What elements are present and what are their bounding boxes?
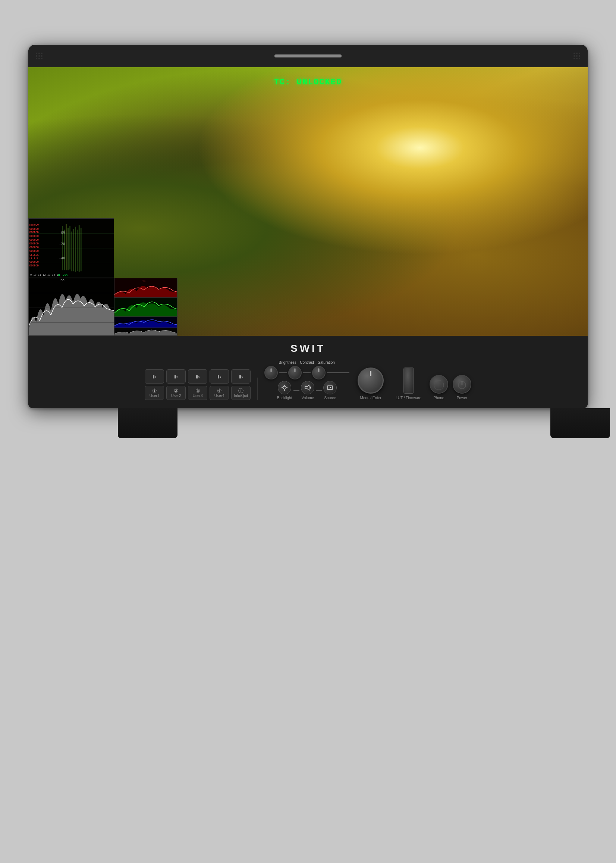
brand-name: SWIT [43, 343, 573, 354]
stand-right [550, 408, 610, 438]
speaker-dot [576, 53, 578, 54]
monitor: TC: UNLOCKED UUUVVV [28, 45, 588, 408]
fn-buttons-group: ▮₁ ▮₂ ▮₃ ▮₄ ▮₅ [145, 369, 251, 400]
bottom-bezel: SWIT ▮₁ ▮₂ ▮₃ [28, 336, 588, 408]
waveform-rgb: 94 [114, 278, 178, 336]
page-wrapper: TC: UNLOCKED UUUVVV [0, 0, 616, 863]
svg-text:DDDDDD: DDDDDD [30, 242, 39, 245]
vectorscope-panel: UUUVVV OOOOOO DDDDDD OOOOOO OOOOOO DDDDD… [28, 218, 114, 278]
svg-text:OOOOOO: OOOOOO [30, 238, 39, 241]
f1-label: ▮₁ [152, 375, 156, 379]
volume-control[interactable]: Volume [301, 381, 314, 400]
user4-label: User4 [214, 394, 225, 398]
f4-button[interactable]: ▮₄ [209, 369, 229, 384]
phone-button[interactable] [429, 375, 448, 394]
svg-rect-27 [77, 230, 78, 271]
user1-label: User1 [149, 394, 160, 398]
vectorscope-svg: UUUVVV OOOOOO DDDDDD OOOOOO OOOOOO DDDDD… [29, 219, 114, 277]
svg-rect-20 [64, 230, 65, 271]
connector-1 [279, 372, 287, 373]
source-control[interactable]: Source [323, 381, 337, 400]
user2-label: User2 [171, 394, 181, 398]
user2-icon: ② [174, 388, 179, 393]
svg-text:OOOOOO: OOOOOO [30, 235, 39, 238]
waveform-luma [28, 278, 114, 336]
f5-button[interactable]: ▮₅ [231, 369, 251, 384]
top-bezel-bar [275, 55, 341, 57]
screen-image: TC: UNLOCKED UUUVVV [28, 67, 588, 336]
user3-button[interactable]: ③ User3 [188, 386, 207, 400]
svg-rect-19 [62, 226, 63, 271]
svg-rect-23 [69, 226, 71, 270]
user1-icon: ① [152, 388, 157, 393]
connector-2 [303, 372, 311, 373]
f2-label: ▮₂ [174, 375, 178, 379]
contrast-label: Contrast [297, 361, 317, 365]
lut-firmware-button[interactable] [404, 367, 414, 394]
svg-text:LLLLLL: LLLLLL [30, 257, 39, 260]
svg-text:DDDDDD: DDDDDD [30, 231, 39, 234]
speaker-dot [36, 53, 37, 54]
speaker-dot [41, 53, 42, 54]
svg-text:DDDDDD: DDDDDD [30, 264, 39, 267]
user1-button[interactable]: ① User1 [145, 386, 164, 400]
svg-text:OOOOOO: OOOOOO [30, 261, 39, 264]
waveform-row: 94 [28, 278, 178, 336]
f1-button[interactable]: ▮₁ [145, 369, 164, 384]
svg-text:OOOOOO: OOOOOO [30, 246, 39, 249]
svg-point-53 [434, 380, 444, 390]
screen-container: TC: UNLOCKED UUUVVV [28, 67, 588, 336]
speaker-dot [579, 55, 580, 57]
f2-button[interactable]: ▮₂ [166, 369, 186, 384]
phone-label: Phone [433, 396, 444, 400]
stand-wrap [0, 408, 616, 438]
volume-label: Volume [302, 396, 314, 400]
connector-3 [327, 372, 349, 373]
speaker-dot [38, 53, 40, 54]
speaker-grill-right [574, 53, 580, 59]
speaker-dot [576, 58, 578, 59]
speaker-dot [36, 55, 37, 57]
menu-enter-knob[interactable] [358, 367, 384, 394]
lut-firmware-wrap: LUT / Firmware [396, 367, 421, 400]
info-quit-label: Info/Quit [234, 394, 248, 398]
volume-icon [301, 381, 314, 394]
svg-marker-52 [330, 387, 332, 388]
controls-row: ▮₁ ▮₂ ▮₃ ▮₄ ▮₅ [43, 361, 573, 400]
menu-enter-label: Menu / Enter [360, 396, 382, 400]
user4-button[interactable]: ④ User4 [209, 386, 229, 400]
power-wrap: Power [453, 375, 471, 400]
saturation-label: Saturation [317, 361, 336, 365]
svg-rect-24 [71, 232, 72, 272]
svg-rect-29 [80, 228, 82, 272]
brightness-knob[interactable] [264, 366, 278, 380]
svg-rect-26 [75, 227, 76, 272]
user2-button[interactable]: ② User2 [166, 386, 186, 400]
connector-4 [294, 390, 299, 391]
speaker-dot [574, 53, 575, 54]
info-quit-icon: ⓘ [238, 388, 244, 393]
backlight-icon [278, 381, 291, 394]
svg-text:OOOOOO: OOOOOO [30, 250, 39, 253]
svg-rect-28 [79, 225, 80, 272]
power-button[interactable] [453, 375, 471, 394]
speaker-dot [41, 55, 42, 57]
contrast-knob[interactable] [288, 366, 302, 380]
source-icon [323, 381, 337, 394]
backlight-control[interactable]: Backlight [277, 381, 292, 400]
controls-separator [257, 378, 258, 400]
svg-point-45 [283, 386, 286, 389]
menu-enter-wrap: Menu / Enter [358, 367, 384, 400]
user3-icon: ③ [195, 388, 200, 393]
brightness-label: Brightness [278, 361, 297, 365]
f5-label: ▮₅ [239, 375, 243, 379]
speaker-dot [579, 58, 580, 59]
f3-button[interactable]: ▮₃ [188, 369, 207, 384]
svg-text:B -70%: B -70% [58, 274, 68, 277]
connector-5 [316, 390, 322, 391]
info-quit-button[interactable]: ⓘ Info/Quit [231, 386, 251, 400]
source-label: Source [324, 396, 336, 400]
speaker-dot [38, 58, 40, 59]
stand-left [118, 408, 178, 438]
saturation-knob[interactable] [312, 366, 325, 380]
